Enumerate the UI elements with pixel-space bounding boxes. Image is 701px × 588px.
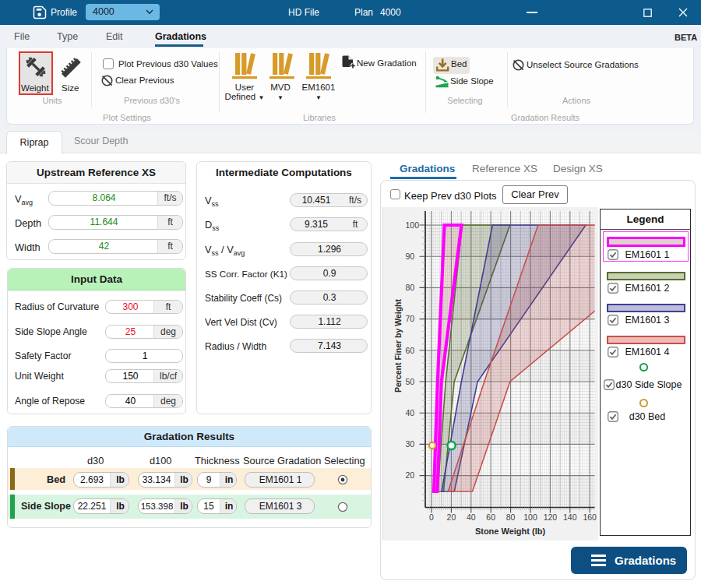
svg-text:60: 60 [406,346,415,355]
svg-text:80: 80 [506,512,516,522]
svg-text:Stone Weight (lb): Stone Weight (lb) [475,526,546,536]
svg-text:70: 70 [406,314,415,323]
svg-text:20: 20 [406,470,415,480]
svg-text:120: 120 [544,512,558,522]
svg-text:100: 100 [406,220,420,230]
svg-text:50: 50 [406,377,415,386]
svg-text:60: 60 [486,512,495,522]
svg-text:40: 40 [406,408,415,417]
svg-text:140: 140 [563,512,577,522]
svg-text:80: 80 [406,283,415,292]
svg-text:30: 30 [406,439,415,449]
svg-text:0: 0 [429,512,434,522]
svg-text:90: 90 [406,252,415,261]
svg-text:100: 100 [523,512,537,522]
svg-text:20: 20 [447,512,456,522]
svg-text:40: 40 [467,512,476,522]
svg-text:160: 160 [583,512,597,522]
svg-text:Percent Finer by Weight: Percent Finer by Weight [393,299,403,393]
